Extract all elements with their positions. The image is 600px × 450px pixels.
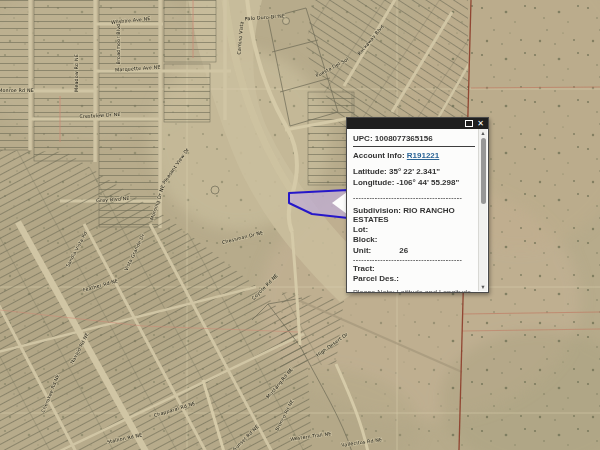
latitude-value: Latitude: 35° 22' 2.341": [353, 167, 475, 176]
account-info-row: Account Info: R191221: [353, 151, 475, 160]
street-label: Meadow Rd NE: [74, 54, 79, 92]
popup-callout-pointer: [332, 192, 347, 214]
unit-value: 26: [399, 246, 408, 255]
parcel-map-viewer: Wilshire Ave NEBroadmoor BlvdMarquette A…: [0, 0, 600, 450]
unit-label: Unit:: [353, 246, 397, 255]
account-info-link[interactable]: R191221: [407, 151, 439, 160]
scroll-up-icon[interactable]: ▲: [479, 130, 487, 136]
divider: [353, 146, 475, 147]
street-label: Monroe Rd NE: [0, 88, 34, 93]
upc-value: UPC: 1008077365156: [353, 134, 475, 143]
street-label: Broadmoor Blvd: [116, 24, 121, 65]
block-row: Block:: [353, 235, 475, 244]
popup-titlebar[interactable]: ✕: [347, 118, 488, 129]
unit-row: Unit: 26: [353, 246, 475, 255]
maximize-icon[interactable]: [465, 120, 473, 127]
longitude-value: Longitude: -106° 44' 55.298": [353, 178, 475, 187]
close-icon[interactable]: ✕: [477, 120, 484, 128]
parcel-info-popup: ✕ UPC: 1008077365156 Account Info: R1912…: [346, 117, 489, 293]
note-text: Please Note: Latitude and Longitude is t…: [353, 288, 475, 292]
tract-row: Tract:: [353, 264, 475, 273]
popup-scrollbar[interactable]: ▲ ▼: [478, 129, 487, 291]
subdivision-label: Subdivision:: [353, 206, 401, 215]
subdivision-row: Subdivision: RIO RANCHO ESTATES: [353, 206, 475, 224]
scroll-down-icon[interactable]: ▼: [479, 284, 487, 290]
dashed-separator: ----------------------------------------: [353, 256, 475, 264]
account-info-label: Account Info:: [353, 151, 405, 160]
parcel-des-row: Parcel Des.:: [353, 274, 475, 283]
lot-row: Lot:: [353, 225, 475, 234]
popup-content: UPC: 1008077365156 Account Info: R191221…: [347, 129, 477, 292]
map-canvas[interactable]: Wilshire Ave NEBroadmoor BlvdMarquette A…: [0, 0, 600, 450]
dashed-separator: ----------------------------------------: [353, 194, 475, 202]
scrollbar-thumb[interactable]: [481, 138, 486, 204]
